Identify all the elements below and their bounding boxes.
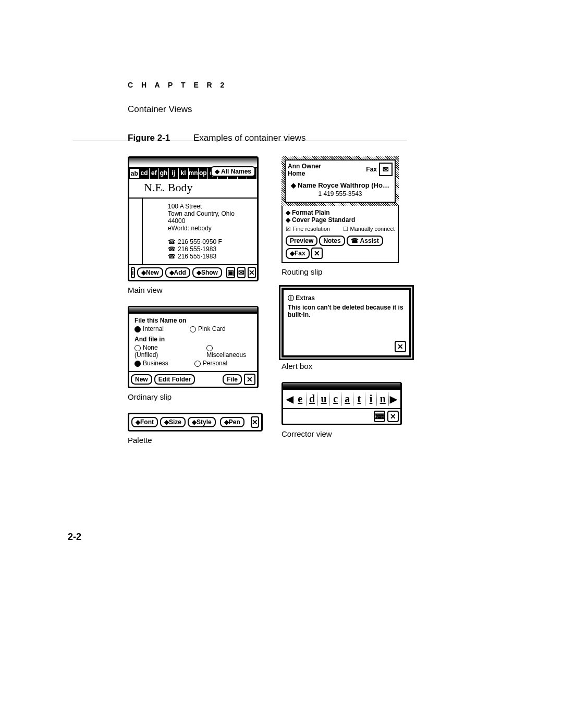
chapter-header: C H A P T E R 2 xyxy=(128,81,227,89)
slip-close-icon[interactable]: ✕ xyxy=(244,374,255,385)
main-view-footer: i ◆New ◆Add ◆Show ▣ ✉ ✕ xyxy=(129,264,257,280)
phone-2: 216 555-1983 xyxy=(168,245,253,253)
all-names-popup[interactable]: All Names xyxy=(211,166,255,177)
routing-slip-caption: Routing slip xyxy=(282,267,407,276)
envelope-icon[interactable]: ✉ xyxy=(237,267,246,278)
style-button[interactable]: ◆Style xyxy=(188,417,216,427)
cover-value: Standard xyxy=(328,216,355,224)
cell-3[interactable]: c xyxy=(330,392,342,406)
info-button[interactable]: i xyxy=(131,267,135,278)
manual-connect-checkbox[interactable]: ☐ Manually connect xyxy=(343,226,395,232)
left-column: All Names ab cd ef gh ij kl mn op qr st … xyxy=(128,156,263,445)
font-button[interactable]: ◆Font xyxy=(131,417,158,427)
section-title: Container Views xyxy=(128,104,192,115)
right-arrow-icon[interactable]: ▶ xyxy=(389,393,398,405)
alert-close-icon[interactable]: ✕ xyxy=(395,341,406,352)
ordinary-slip-window: File this Name on Internal Pink Card And… xyxy=(128,306,259,388)
tab-mn[interactable]: mn xyxy=(189,168,199,179)
routing-slip-window: Ann Owner Home Fax ✉ Name Royce Walthrop… xyxy=(282,156,399,263)
phone-1: 216 555-0950 F xyxy=(168,238,253,245)
alert-window: ⓘ Extras This icon can't be deleted beca… xyxy=(282,288,411,357)
tab-gh[interactable]: gh xyxy=(159,168,169,179)
tab-op[interactable]: op xyxy=(199,168,209,179)
cell-0[interactable]: e xyxy=(295,392,307,406)
corrector-close-icon[interactable]: ✕ xyxy=(387,411,399,422)
corrector-window: ◀ e d u c a t i n ▶ ⌨ ✕ xyxy=(282,382,402,425)
add-button[interactable]: ◆Add xyxy=(165,267,190,278)
figure-text: Examples of container views xyxy=(193,133,305,143)
cover-label[interactable]: Cover Page xyxy=(286,216,326,224)
address-line1: 100 A Street xyxy=(168,203,253,210)
opt-none[interactable]: None (Unfiled) xyxy=(134,344,180,359)
pen-button[interactable]: ◆Pen xyxy=(220,417,244,427)
tab-cd[interactable]: cd xyxy=(140,168,150,179)
phone-3: 216 555-1983 xyxy=(168,253,253,260)
cell-7[interactable]: n xyxy=(377,392,389,406)
slip-titlebar[interactable] xyxy=(129,307,257,314)
fine-resolution-checkbox[interactable]: ☒ Fine resolution xyxy=(286,226,330,232)
format-label[interactable]: Format xyxy=(286,209,313,216)
assist-button[interactable]: ☎ Assist xyxy=(347,236,383,246)
notes-button[interactable]: Notes xyxy=(319,236,345,246)
alert-caption: Alert box xyxy=(282,362,407,371)
opt-personal[interactable]: Personal xyxy=(194,360,227,367)
figure-caption: Figure 2-1 Examples of container views xyxy=(128,133,305,143)
corrector-titlebar[interactable] xyxy=(283,384,400,390)
palette-caption: Palette xyxy=(128,436,263,445)
address-line3: eWorld: nebody xyxy=(168,225,253,232)
slip-new-button[interactable]: New xyxy=(131,374,152,385)
slip-file-button[interactable]: File xyxy=(223,374,242,385)
palette-window: ◆Font ◆Size ◆Style ◆Pen ✕ xyxy=(128,413,263,431)
opt-business[interactable]: Business xyxy=(134,360,168,367)
routing-close-icon[interactable]: ✕ xyxy=(311,248,323,259)
contact-body: 100 A Street Town and Country, Ohio 4400… xyxy=(142,199,257,264)
page-number: 2-2 xyxy=(68,532,81,542)
slip-heading1: File this Name on xyxy=(134,317,252,324)
opt-misc[interactable]: Miscellaneous xyxy=(206,344,252,359)
figure-rule xyxy=(73,141,407,141)
format-value: Plain xyxy=(315,209,330,216)
from-loc: Home xyxy=(288,170,321,177)
size-button[interactable]: ◆Size xyxy=(160,417,186,427)
main-view-window: All Names ab cd ef gh ij kl mn op qr st … xyxy=(128,156,259,281)
right-column: Ann Owner Home Fax ✉ Name Royce Walthrop… xyxy=(282,156,407,438)
cell-5[interactable]: t xyxy=(353,392,365,406)
cell-1[interactable]: d xyxy=(307,392,319,406)
folder-icon[interactable]: ▣ xyxy=(226,267,235,278)
alert-title: ⓘ Extras xyxy=(288,294,405,303)
cell-2[interactable]: u xyxy=(318,392,330,406)
page: C H A P T E R 2 Container Views Figure 2… xyxy=(0,0,563,728)
preview-button[interactable]: Preview xyxy=(286,236,317,246)
figure-label: Figure 2-1 xyxy=(128,133,170,143)
routing-name-label[interactable]: Name xyxy=(291,181,316,189)
from-name: Ann Owner xyxy=(288,163,321,170)
keyboard-icon[interactable]: ⌨ xyxy=(374,411,385,422)
routing-type: Fax xyxy=(366,166,377,173)
ordinary-slip-caption: Ordinary slip xyxy=(128,392,263,401)
show-button[interactable]: ◆Show xyxy=(192,267,222,278)
tab-ab[interactable]: ab xyxy=(129,168,140,179)
cell-4[interactable]: a xyxy=(342,392,354,406)
alert-body: This icon can't be deleted because it is… xyxy=(288,304,405,318)
contact-name: N.E. Body xyxy=(129,179,257,199)
tab-kl[interactable]: kl xyxy=(179,168,189,179)
new-button[interactable]: ◆New xyxy=(137,267,163,278)
palette-close-icon[interactable]: ✕ xyxy=(251,416,259,428)
tab-ef[interactable]: ef xyxy=(150,168,160,179)
routing-number: 1 419 555-3543 xyxy=(288,190,393,198)
routing-name-value: Royce Walthrop (Ho… xyxy=(318,181,389,189)
close-icon[interactable]: ✕ xyxy=(248,267,256,278)
main-view-caption: Main view xyxy=(128,286,263,294)
corrector-caption: Corrector view xyxy=(282,429,407,438)
opt-internal[interactable]: Internal xyxy=(134,325,164,332)
tab-ij[interactable]: ij xyxy=(169,168,179,179)
slip-heading2: And file in xyxy=(134,336,252,343)
slip-edit-button[interactable]: Edit Folder xyxy=(154,374,195,385)
left-arrow-icon[interactable]: ◀ xyxy=(285,393,295,405)
cell-6[interactable]: i xyxy=(365,392,377,406)
fax-button[interactable]: ◆Fax xyxy=(286,248,310,258)
stamp-icon[interactable]: ✉ xyxy=(379,163,393,176)
address-line2: Town and Country, Ohio 44000 xyxy=(168,210,253,225)
opt-pink[interactable]: Pink Card xyxy=(190,325,226,332)
